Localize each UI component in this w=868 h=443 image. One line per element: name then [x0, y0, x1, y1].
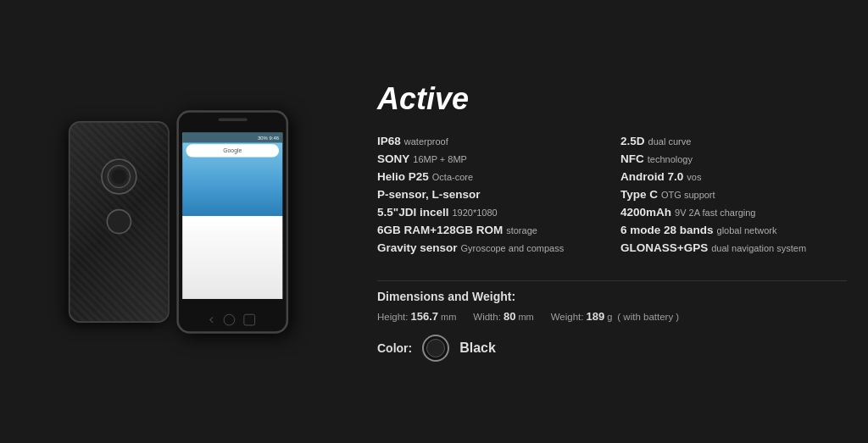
spec-key: 5.5"JDI incell	[377, 206, 448, 219]
back-camera-icon	[101, 158, 137, 195]
width-label: Width:	[473, 312, 501, 322]
google-label: Google	[223, 147, 242, 154]
specs-left-column: IP68 waterproof SONY 16MP + 8MP Helio P2…	[377, 132, 604, 257]
product-title: Active	[377, 81, 847, 117]
spec-key: 4200mAh	[620, 206, 671, 219]
weight-item: Weight: 189 g ( with battery )	[551, 310, 679, 323]
specs-grid: IP68 waterproof SONY 16MP + 8MP Helio P2…	[377, 132, 847, 257]
spec-row-bands: 6 mode 28 bands global network	[620, 221, 847, 239]
spec-key: P-sensor, L-sensor	[377, 188, 481, 201]
specs-area: Active IP68 waterproof SONY 16MP + 8MP H…	[356, 0, 868, 443]
page-container: 30% 9:46 Google Active IP68	[0, 0, 868, 443]
home-button	[223, 313, 235, 325]
spec-row-display: 5.5"JDI incell 1920*1080	[377, 203, 604, 221]
google-search-bar: Google	[186, 144, 279, 157]
dimensions-row: Height: 156.7 mm Width: 80 mm Weight: 18…	[377, 310, 847, 323]
spec-row-sony: SONY 16MP + 8MP	[377, 150, 604, 168]
phone-screen: 30% 9:46 Google	[182, 132, 282, 298]
color-section: Color: Black	[377, 335, 847, 362]
spec-key: 6GB RAM+128GB ROM	[377, 224, 503, 236]
spec-key: NFC	[620, 152, 644, 165]
spec-value: vos	[687, 172, 701, 182]
dimensions-section: Dimensions and Weight: Height: 156.7 mm …	[377, 290, 847, 323]
spec-row-ip68: IP68 waterproof	[377, 132, 604, 150]
spec-value: dual navigation system	[711, 243, 806, 253]
color-name: Black	[459, 341, 496, 356]
phone-speaker	[218, 118, 247, 120]
spec-row-sensor: P-sensor, L-sensor	[377, 186, 604, 203]
phone-nav-bar	[209, 313, 254, 325]
spec-value: OTG support	[661, 190, 715, 200]
color-label: Color:	[377, 341, 412, 355]
spec-value: Gyroscope and compass	[461, 243, 565, 253]
spec-row-gravity: Gravity sensor Gyroscope and compass	[377, 239, 604, 257]
spec-key: Helio P25	[377, 170, 429, 183]
divider	[377, 280, 847, 281]
spec-value: technology	[648, 154, 693, 164]
spec-value: 1920*1080	[452, 208, 497, 218]
spec-row-gps: GLONASS+GPS dual navigation system	[620, 239, 847, 257]
height-unit: mm	[441, 312, 456, 322]
spec-row-helio: Helio P25 Octa-core	[377, 168, 604, 186]
weight-value: 189	[586, 310, 604, 323]
spec-key: IP68	[377, 135, 401, 147]
spec-value: storage	[506, 225, 537, 235]
spec-key: Type C	[620, 188, 658, 201]
spec-value: global network	[717, 225, 777, 235]
phone-back	[68, 121, 169, 323]
dimensions-title: Dimensions and Weight:	[377, 290, 847, 303]
back-button-icon	[209, 316, 214, 322]
spec-key: Gravity sensor	[377, 241, 458, 254]
spec-key: GLONASS+GPS	[620, 241, 708, 254]
height-label: Height:	[377, 312, 408, 322]
weight-unit: g	[607, 312, 612, 322]
height-value: 156.7	[410, 310, 438, 323]
weight-label: Weight:	[551, 312, 584, 322]
spec-row-nfc: NFC technology	[620, 150, 847, 168]
width-value: 80	[504, 310, 515, 323]
fingerprint-sensor	[106, 208, 131, 234]
phone-wrapper: 30% 9:46 Google	[68, 110, 287, 334]
status-text: 30% 9:46	[257, 135, 278, 140]
height-item: Height: 156.7 mm	[377, 310, 456, 323]
spec-key: Android 7.0	[620, 170, 683, 183]
spec-value: 9V 2A fast charging	[675, 208, 755, 218]
spec-value: Octa-core	[432, 172, 473, 182]
specs-right-column: 2.5D dual curve NFC technology Android 7…	[620, 132, 847, 257]
spec-row-android: Android 7.0 vos	[620, 168, 847, 186]
spec-key: 2.5D	[620, 135, 645, 147]
phone-area: 30% 9:46 Google	[0, 0, 356, 443]
weight-note: ( with battery )	[617, 312, 679, 322]
spec-key: SONY	[377, 152, 409, 165]
spec-row-usbc: Type C OTG support	[620, 186, 847, 203]
spec-value: dual curve	[648, 136, 692, 147]
spec-row-battery: 4200mAh 9V 2A fast charging	[620, 203, 847, 221]
spec-row-storage: 6GB RAM+128GB ROM storage	[377, 221, 604, 239]
recents-button	[243, 313, 255, 325]
spec-value: waterproof	[404, 136, 448, 147]
spec-key: 6 mode 28 bands	[620, 224, 714, 236]
status-bar: 30% 9:46	[182, 132, 282, 142]
width-item: Width: 80 mm	[473, 310, 533, 323]
spec-row-curve: 2.5D dual curve	[620, 132, 847, 150]
phone-front: 30% 9:46 Google	[176, 110, 288, 334]
color-swatch-black[interactable]	[422, 335, 449, 362]
spec-value: 16MP + 8MP	[413, 154, 467, 164]
width-unit: mm	[518, 312, 533, 322]
